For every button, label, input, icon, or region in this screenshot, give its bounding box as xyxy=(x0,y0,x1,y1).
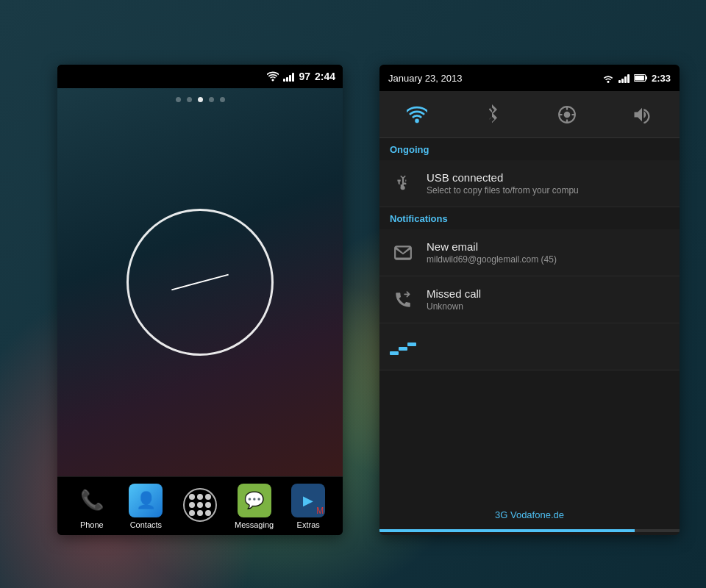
steps-icon xyxy=(390,337,416,357)
ongoing-header: Ongoing xyxy=(379,138,680,160)
usb-title: USB connected xyxy=(427,171,669,184)
dock-phone[interactable]: 📞 Phone xyxy=(70,484,114,529)
qs-volume-icon xyxy=(632,106,652,123)
steps-svg-icon xyxy=(390,337,416,357)
missed-call-subtitle: Unknown xyxy=(427,301,669,312)
phone-left: 97 2:44 📞 Phone 👤 Contacts xyxy=(57,65,343,535)
missed-call-notification[interactable]: Missed call Unknown xyxy=(379,276,680,323)
usb-notification[interactable]: USB connected Select to copy files to/fr… xyxy=(379,160,680,207)
qs-location[interactable] xyxy=(551,98,583,131)
clock-widget xyxy=(126,209,274,356)
battery-icon xyxy=(634,74,647,82)
usb-icon xyxy=(390,171,416,197)
status-date: January 23, 2013 xyxy=(388,73,462,84)
left-screen xyxy=(57,88,343,476)
qs-wifi-icon xyxy=(407,106,427,123)
phone-icon: 📞 xyxy=(80,489,104,512)
qs-location-icon xyxy=(557,105,577,124)
svg-rect-1 xyxy=(646,76,647,80)
right-signal-bars xyxy=(618,73,630,83)
network-progress-fill xyxy=(379,529,635,532)
missed-call-title: Missed call xyxy=(427,287,669,300)
extras-badge-icon: M xyxy=(316,506,324,516)
svg-point-4 xyxy=(564,111,571,118)
qs-bluetooth[interactable] xyxy=(476,98,508,131)
notification-bottom: 3G Vodafone.de xyxy=(379,501,680,535)
dock-contacts-label: Contacts xyxy=(130,520,162,529)
usb-subtitle: Select to copy files to/from your compu xyxy=(427,185,669,196)
svg-rect-10 xyxy=(399,347,407,351)
quick-settings xyxy=(379,91,680,138)
battery-level: 97 xyxy=(299,71,310,82)
right-status-icons: 2:33 xyxy=(602,73,671,84)
missed-call-svg-icon xyxy=(393,290,413,309)
svg-rect-9 xyxy=(390,351,399,355)
email-title: New email xyxy=(427,240,669,253)
dock-messaging[interactable]: 💬 Messaging xyxy=(232,484,277,529)
email-notification[interactable]: New email mildwild69@googlemail.com (45) xyxy=(379,229,680,276)
dot-1 xyxy=(176,97,181,102)
app-dock: 📞 Phone 👤 Contacts 💬 xyxy=(57,476,343,535)
apps-grid-icon xyxy=(189,494,211,516)
network-progress xyxy=(379,529,680,532)
signal-bars xyxy=(283,71,294,82)
left-status-bar: 97 2:44 xyxy=(57,65,343,88)
contacts-icon: 👤 xyxy=(136,491,156,510)
clock-hand xyxy=(171,274,229,291)
dock-extras[interactable]: ▶ M Extras xyxy=(286,484,330,529)
missed-call-text: Missed call Unknown xyxy=(427,287,669,312)
dock-apps[interactable] xyxy=(178,488,222,525)
email-notification-text: New email mildwild69@googlemail.com (45) xyxy=(427,240,669,265)
dot-5 xyxy=(220,97,225,102)
dot-4 xyxy=(209,97,214,102)
steps-notification[interactable] xyxy=(379,323,680,370)
dock-contacts[interactable]: 👤 Contacts xyxy=(124,484,168,529)
time-left: 2:44 xyxy=(315,71,335,82)
email-subtitle: mildwild69@googlemail.com (45) xyxy=(427,254,669,265)
extras-icon: ▶ xyxy=(303,492,313,509)
missed-call-icon xyxy=(390,287,416,313)
network-label: 3G Vodafone.de xyxy=(379,501,680,529)
notification-panel: January 23, 2013 2:33 xyxy=(379,65,680,535)
email-svg-icon xyxy=(393,245,413,260)
usb-notification-text: USB connected Select to copy files to/fr… xyxy=(427,171,669,196)
qs-wifi[interactable] xyxy=(401,98,433,131)
dock-messaging-label: Messaging xyxy=(235,520,274,529)
notifications-label: Notifications xyxy=(390,213,448,224)
email-icon xyxy=(390,240,416,266)
svg-rect-2 xyxy=(635,76,644,81)
usb-svg-icon xyxy=(393,174,413,193)
notifications-header: Notifications xyxy=(379,207,680,229)
dock-phone-label: Phone xyxy=(80,520,104,529)
messaging-icon: 💬 xyxy=(244,491,264,510)
dot-2 xyxy=(187,97,192,102)
qs-bluetooth-icon xyxy=(483,104,501,125)
svg-rect-11 xyxy=(407,343,416,346)
dock-extras-label: Extras xyxy=(297,520,320,529)
dot-3 xyxy=(198,97,203,102)
right-wifi-icon xyxy=(602,74,614,83)
wifi-icon xyxy=(267,71,279,82)
right-time: 2:33 xyxy=(652,73,671,84)
qs-volume[interactable] xyxy=(626,98,658,131)
page-dots xyxy=(57,97,343,102)
right-status-bar: January 23, 2013 2:33 xyxy=(379,65,680,91)
